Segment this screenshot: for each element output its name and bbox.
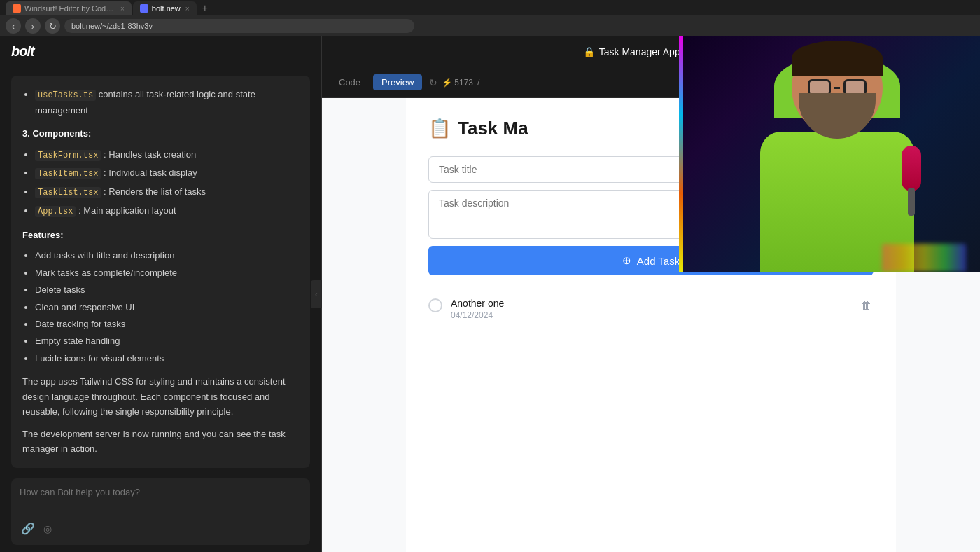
browser-toolbar: ‹ › ↻ bolt.new/~/zds1-83hv3v: [0, 15, 980, 36]
lock-icon: 🔒: [583, 46, 595, 57]
windsurf-favicon: [13, 4, 21, 13]
task-checkbox[interactable]: [428, 298, 442, 312]
url-bar[interactable]: bolt.new/~/zds1-83hv3v: [64, 19, 414, 33]
list-item-apptsx: App.tsx : Main application layout: [35, 203, 299, 219]
add-task-plus-icon: ⊕: [622, 254, 631, 267]
mic-icon-btn[interactable]: ◎: [42, 520, 53, 537]
chat-content: useTasks.ts contains all task-related lo…: [0, 67, 321, 471]
main-layout: bolt useTasks.ts contains all task-relat…: [0, 36, 980, 552]
list-item-usetasks: useTasks.ts contains all task-related lo…: [35, 87, 299, 118]
bolt-logo: bolt: [11, 43, 34, 59]
task-list: Another one 04/12/2024 🗑: [428, 289, 874, 329]
token-count: 5173: [454, 78, 473, 88]
nav-reload-btn[interactable]: ↻: [45, 18, 60, 34]
bolt-header: bolt: [0, 36, 321, 67]
token-count-container: ⚡ 5173: [442, 78, 473, 88]
preview-path: /: [477, 78, 479, 88]
person-head: [792, 41, 883, 135]
feature-7: Lucide icons for visual elements: [35, 351, 299, 366]
collapse-panel-btn[interactable]: ‹: [311, 280, 322, 308]
feature-1: Add tasks with title and description: [35, 248, 299, 263]
components-heading: 3. Components:: [22, 126, 299, 141]
features-heading: Features:: [22, 228, 299, 242]
apptsx-desc: : Main application layout: [78, 205, 176, 216]
task-name: Another one: [451, 298, 851, 309]
keyboard-glow: [882, 244, 966, 272]
person-hair: [792, 41, 883, 76]
browser-tabs-bar: Windsurf! Editor by Codeium × bolt.new ×…: [0, 0, 980, 15]
browser-tab-bolt[interactable]: bolt.new ×: [133, 1, 197, 15]
bolt-tab-label: bolt.new: [152, 4, 181, 13]
chat-input[interactable]: [20, 487, 302, 515]
webcam-background: [679, 36, 980, 272]
microphone: [902, 146, 921, 191]
list-item-taskform: TaskForm.tsx : Handles task creation: [35, 147, 299, 163]
url-text: bolt.new/~/zds1-83hv3v: [71, 22, 153, 30]
task-app-icon: 📋: [428, 118, 451, 139]
tasklist-desc: : Renders the list of tasks: [104, 186, 206, 197]
token-icon: ⚡: [442, 78, 452, 88]
dev-server-description: The development server is now running an…: [22, 427, 299, 457]
tab-preview[interactable]: Preview: [373, 74, 422, 90]
taskform-desc: : Handles task creation: [104, 149, 196, 160]
task-app-title: Task Ma: [458, 118, 528, 139]
tailwind-description: The app uses Tailwind CSS for styling an…: [22, 374, 299, 419]
feature-4: Clean and responsive UI: [35, 300, 299, 315]
chat-input-area: 🔗 ◎: [0, 471, 321, 552]
feature-2: Mark tasks as complete/incomplete: [35, 265, 299, 280]
left-panel: bolt useTasks.ts contains all task-relat…: [0, 36, 322, 552]
feature-3: Delete tasks: [35, 282, 299, 297]
tab-close-windsurf[interactable]: ×: [120, 5, 125, 13]
windsurf-tab-label: Windsurf! Editor by Codeium: [24, 4, 115, 13]
feature-5: Date tracking for tasks: [35, 317, 299, 331]
list-item-tasklist: TaskList.tsx : Renders the list of tasks: [35, 184, 299, 200]
webcam-overlay: [679, 36, 980, 272]
browser-tab-windsurf[interactable]: Windsurf! Editor by Codeium ×: [6, 1, 132, 15]
bolt-favicon: [140, 4, 148, 13]
preview-reload-btn[interactable]: ↻: [429, 77, 438, 88]
chat-input-actions: 🔗 ◎: [20, 520, 302, 537]
add-task-label: Add Task: [637, 255, 680, 267]
tab-close-bolt[interactable]: ×: [186, 5, 190, 13]
new-tab-btn[interactable]: +: [198, 2, 212, 13]
person-container: [760, 41, 914, 272]
task-date: 04/12/2024: [451, 310, 851, 320]
chat-message-box: useTasks.ts contains all task-related lo…: [11, 76, 310, 468]
table-row: Another one 04/12/2024 🗑: [428, 289, 874, 329]
neon-accent-bar: [679, 36, 683, 272]
taskitem-desc: : Individual task display: [104, 167, 197, 178]
microphone-base: [908, 188, 915, 216]
glasses-bridge: [834, 87, 840, 89]
browser-chrome: Windsurf! Editor by Codeium × bolt.new ×…: [0, 0, 980, 552]
task-delete-btn[interactable]: 🗑: [860, 298, 874, 313]
tab-code[interactable]: Code: [330, 74, 369, 90]
nav-forward-btn[interactable]: ›: [25, 18, 41, 34]
code-usetasks: useTasks.ts: [35, 90, 96, 101]
link-icon-btn[interactable]: 🔗: [20, 520, 36, 537]
list-item-taskitem: TaskItem.tsx : Individual task display: [35, 165, 299, 181]
chat-input-box: 🔗 ◎: [11, 478, 310, 545]
nav-back-btn[interactable]: ‹: [6, 18, 21, 34]
task-info: Another one 04/12/2024: [451, 298, 851, 320]
feature-6: Empty state handling: [35, 333, 299, 348]
